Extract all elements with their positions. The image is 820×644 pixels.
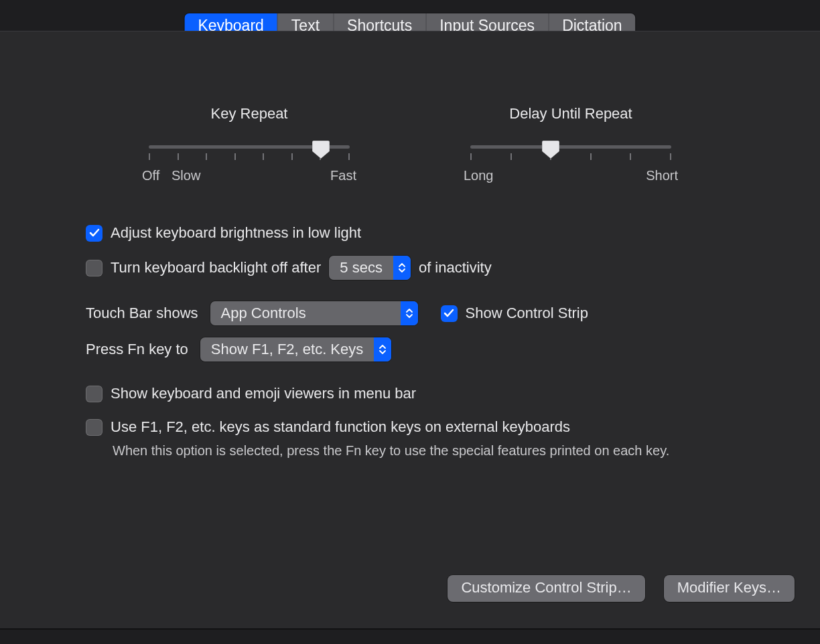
- preferences-panel: Key Repeat Off Slow Fast Delay Until Rep…: [0, 31, 820, 629]
- adjust-brightness-label: Adjust keyboard brightness in low light: [111, 224, 361, 242]
- show-control-strip-label: Show Control Strip: [466, 305, 588, 322]
- press-fn-select[interactable]: Show F1, F2, etc. Keys: [200, 337, 391, 361]
- delay-short-label: Short: [646, 168, 678, 183]
- stepper-icon: [374, 337, 391, 361]
- slider-thumb[interactable]: [542, 139, 559, 159]
- use-f-keys-row: Use F1, F2, etc. keys as standard functi…: [86, 416, 793, 438]
- stepper-icon: [401, 301, 418, 325]
- key-repeat-block: Key Repeat Off Slow Fast: [142, 105, 356, 181]
- key-repeat-title: Key Repeat: [142, 105, 356, 123]
- stepper-icon: [393, 256, 411, 280]
- touch-bar-row: Touch Bar shows App Controls Show Contro…: [86, 301, 793, 325]
- key-repeat-slider[interactable]: Off Slow Fast: [142, 141, 356, 181]
- delay-repeat-slider[interactable]: Long Short: [464, 141, 678, 181]
- sliders-row: Key Repeat Off Slow Fast Delay Until Rep…: [0, 105, 820, 181]
- backlight-off-label-before: Turn keyboard backlight off after: [111, 259, 321, 276]
- key-repeat-slow-label: Slow: [172, 168, 200, 183]
- backlight-off-select[interactable]: 5 secs: [329, 256, 411, 280]
- backlight-off-checkbox[interactable]: [86, 260, 102, 276]
- modifier-keys-button[interactable]: Modifier Keys…: [664, 575, 795, 602]
- show-control-strip-checkbox[interactable]: [441, 305, 458, 322]
- adjust-brightness-checkbox[interactable]: [86, 225, 102, 242]
- touch-bar-select-value: App Controls: [210, 305, 401, 322]
- slider-track: [470, 145, 671, 149]
- delay-long-label: Long: [464, 168, 494, 183]
- touch-bar-select[interactable]: App Controls: [210, 301, 418, 325]
- touch-bar-label: Touch Bar shows: [86, 305, 198, 322]
- use-f-keys-label: Use F1, F2, etc. keys as standard functi…: [111, 418, 570, 436]
- show-viewers-checkbox[interactable]: [86, 386, 102, 402]
- check-icon: [89, 228, 100, 238]
- backlight-off-row: Turn keyboard backlight off after 5 secs…: [86, 256, 793, 280]
- backlight-off-select-value: 5 secs: [329, 259, 393, 276]
- options-section: Adjust keyboard brightness in low light …: [86, 222, 793, 459]
- customize-control-strip-button[interactable]: Customize Control Strip…: [448, 575, 644, 602]
- delay-repeat-block: Delay Until Repeat Long Short: [464, 105, 678, 181]
- backlight-off-label-after: of inactivity: [419, 259, 492, 276]
- press-fn-label: Press Fn key to: [86, 341, 188, 358]
- key-repeat-off-label: Off: [142, 168, 159, 183]
- slider-ticks: [470, 153, 671, 161]
- key-repeat-fast-label: Fast: [330, 168, 356, 183]
- press-fn-row: Press Fn key to Show F1, F2, etc. Keys: [86, 337, 793, 361]
- footer-buttons: Customize Control Strip… Modifier Keys…: [448, 575, 795, 602]
- use-f-keys-checkbox[interactable]: [86, 419, 102, 436]
- adjust-brightness-row: Adjust keyboard brightness in low light: [86, 222, 793, 244]
- slider-thumb[interactable]: [312, 139, 330, 159]
- use-f-keys-hint: When this option is selected, press the …: [113, 443, 793, 459]
- press-fn-select-value: Show F1, F2, etc. Keys: [200, 341, 374, 358]
- show-viewers-label: Show keyboard and emoji viewers in menu …: [111, 385, 416, 402]
- show-viewers-row: Show keyboard and emoji viewers in menu …: [86, 383, 793, 404]
- delay-repeat-title: Delay Until Repeat: [464, 105, 678, 123]
- check-icon: [443, 308, 454, 319]
